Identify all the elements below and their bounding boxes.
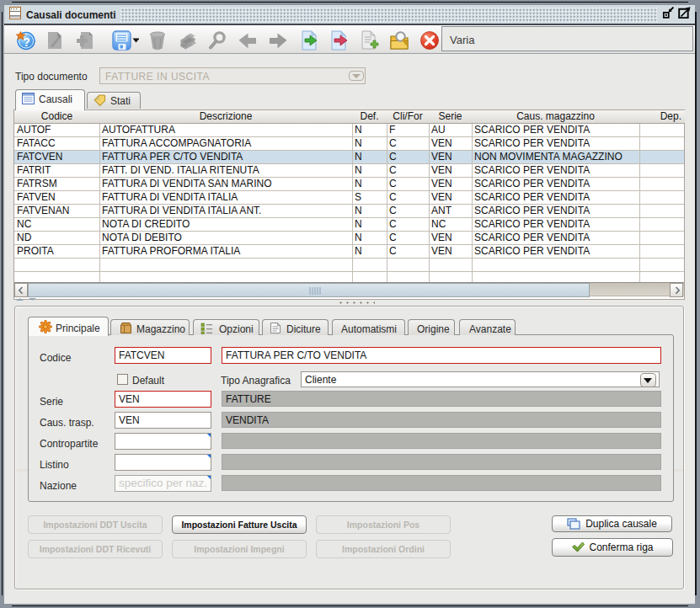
svg-text:?: ? <box>23 35 30 49</box>
